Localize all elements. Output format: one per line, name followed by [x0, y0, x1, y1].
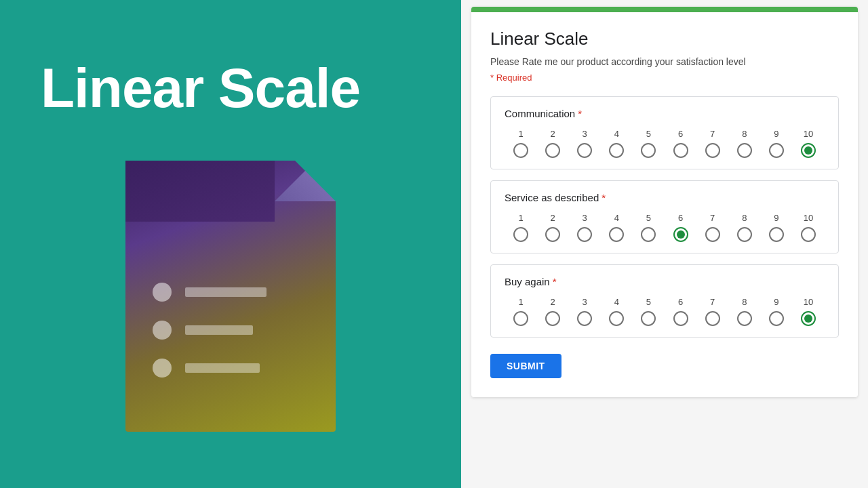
radio-comm-2[interactable] [545, 143, 560, 158]
radio-buy-5[interactable] [641, 311, 656, 326]
question-block-service: Service as described* 1 2 3 4 5 6 7 8 9 … [490, 180, 839, 253]
doc-body [125, 161, 336, 432]
scale-numbers-communication: 1 2 3 4 5 6 7 8 9 10 [505, 129, 825, 139]
radio-comm-4[interactable] [609, 143, 624, 158]
form-required-note: * Required [490, 73, 839, 83]
doc-line-item-1 [153, 283, 267, 302]
radio-comm-3[interactable] [577, 143, 592, 158]
radio-svc-9[interactable] [769, 227, 784, 242]
radio-buy-2[interactable] [545, 311, 560, 326]
right-panel: Linear Scale Please Rate me our product … [461, 0, 868, 488]
required-star-2: * [601, 192, 606, 203]
doc-bullet-1 [153, 283, 172, 302]
required-star-1: * [578, 108, 582, 119]
radio-svc-4[interactable] [609, 227, 624, 242]
scale-numbers-service: 1 2 3 4 5 6 7 8 9 10 [505, 213, 825, 223]
radio-buy-8[interactable] [737, 311, 752, 326]
question-label-communication: Communication* [505, 108, 825, 119]
question-label-buy-again: Buy again* [505, 276, 825, 287]
hero-title: Linear Scale [0, 56, 360, 120]
radio-comm-1[interactable] [513, 143, 528, 158]
radio-comm-9[interactable] [769, 143, 784, 158]
scale-service: 1 2 3 4 5 6 7 8 9 10 [505, 213, 825, 242]
radio-buy-4[interactable] [609, 311, 624, 326]
radio-comm-6[interactable] [673, 143, 688, 158]
doc-corner [125, 161, 275, 222]
radio-comm-5[interactable] [641, 143, 656, 158]
form-title: Linear Scale [490, 28, 839, 49]
radio-buy-7[interactable] [705, 311, 720, 326]
doc-fold [275, 140, 336, 201]
scale-communication: 1 2 3 4 5 6 7 8 9 10 [505, 129, 825, 158]
radio-svc-1[interactable] [513, 227, 528, 242]
radio-buy-10[interactable] [801, 311, 816, 326]
radio-svc-8[interactable] [737, 227, 752, 242]
left-panel: Linear Scale [0, 0, 461, 488]
scale-buy-again: 1 2 3 4 5 6 7 8 9 10 [505, 297, 825, 326]
scale-radios-communication [505, 143, 825, 158]
radio-buy-3[interactable] [577, 311, 592, 326]
doc-line-bar-3 [185, 363, 260, 373]
radio-buy-6[interactable] [673, 311, 688, 326]
radio-svc-5[interactable] [641, 227, 656, 242]
doc-lines [153, 283, 267, 378]
radio-buy-1[interactable] [513, 311, 528, 326]
scale-numbers-buy-again: 1 2 3 4 5 6 7 8 9 10 [505, 297, 825, 307]
radio-svc-3[interactable] [577, 227, 592, 242]
radio-comm-10[interactable] [801, 143, 816, 158]
doc-line-item-3 [153, 359, 267, 378]
radio-svc-2[interactable] [545, 227, 560, 242]
radio-svc-6[interactable] [673, 227, 688, 242]
submit-button[interactable]: SUBMIT [490, 354, 561, 378]
radio-svc-7[interactable] [705, 227, 720, 242]
radio-comm-8[interactable] [737, 143, 752, 158]
scale-radios-service [505, 227, 825, 242]
radio-comm-7[interactable] [705, 143, 720, 158]
document-illustration [125, 140, 336, 432]
doc-bullet-2 [153, 321, 172, 340]
scale-radios-buy-again [505, 311, 825, 326]
doc-line-bar-2 [185, 325, 253, 335]
doc-line-item-2 [153, 321, 267, 340]
question-block-communication: Communication* 1 2 3 4 5 6 7 8 9 10 [490, 96, 839, 169]
radio-svc-10[interactable] [801, 227, 816, 242]
doc-bullet-3 [153, 359, 172, 378]
question-block-buy-again: Buy again* 1 2 3 4 5 6 7 8 9 10 [490, 264, 839, 338]
form-subtitle: Please Rate me our product according you… [490, 56, 839, 67]
question-label-service: Service as described* [505, 192, 825, 203]
doc-line-bar-1 [185, 287, 267, 297]
form-card: Linear Scale Please Rate me our product … [471, 7, 858, 397]
required-star-3: * [553, 276, 557, 287]
radio-buy-9[interactable] [769, 311, 784, 326]
